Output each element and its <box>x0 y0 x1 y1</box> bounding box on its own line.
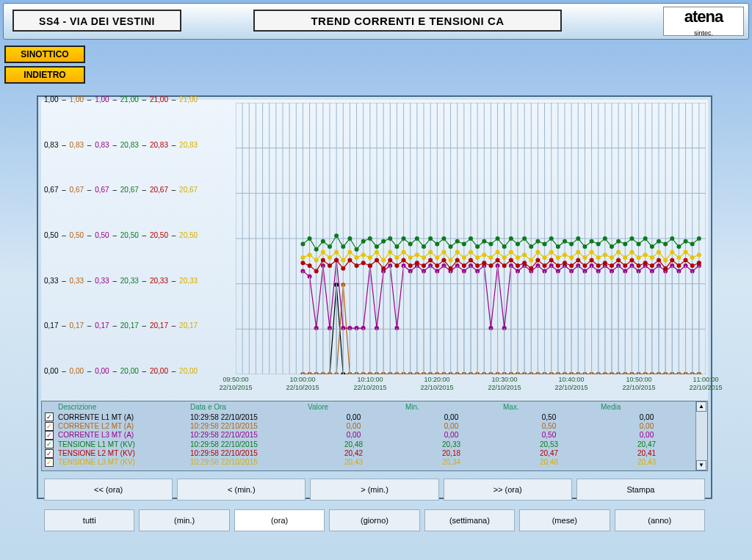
legend-descr: TENSIONE L1 MT (KV) <box>55 440 187 448</box>
x-axis-labels: 09:50:0022/10/201510:00:0022/10/201510:1… <box>41 376 708 401</box>
range-all-button[interactable]: tutti <box>44 509 134 531</box>
back-min-button[interactable]: < (min.) <box>177 479 306 501</box>
legend-dataora: 10:29:58 22/10/2015 <box>187 448 305 457</box>
legend-media: 0,00 <box>598 431 695 440</box>
series-checkbox[interactable]: ✓ <box>45 440 54 448</box>
station-name: SS4 - VIA DEI VESTINI <box>12 10 181 32</box>
legend-row: ✓TENSIONE L2 MT (KV)10:29:58 22/10/20152… <box>42 448 695 457</box>
legend-min: 0,00 <box>402 431 500 440</box>
legend-max: 20,47 <box>500 448 598 457</box>
legend-valore: 0,00 <box>305 431 402 440</box>
fwd-hour-button[interactable]: >> (ora) <box>444 479 572 501</box>
legend-h-dataora: Data e Ora <box>187 401 305 412</box>
sinottico-button[interactable]: SINOTTICO <box>4 46 85 63</box>
scroll-down-icon[interactable]: ▼ <box>696 460 706 470</box>
range-month-button[interactable]: (mese) <box>519 509 610 531</box>
series-checkbox[interactable]: ✓ <box>45 422 54 431</box>
svg-point-440 <box>697 261 701 265</box>
series-checkbox[interactable]: ✓ <box>45 458 54 467</box>
legend-descr: CORRENTE L3 MT (A) <box>55 431 187 440</box>
series-checkbox[interactable]: ✓ <box>45 431 54 440</box>
chart-area[interactable]: 1,00 – 1,00 – 1,00 – 21,00 – 21,00 – 21,… <box>41 100 708 401</box>
legend-valore: 20,43 <box>305 458 402 467</box>
legend-descr: TENSIONE L3 MT (KV) <box>55 458 187 467</box>
page-title: TREND CORRENTI E TENSIONI CA <box>253 10 562 32</box>
legend-min: 0,00 <box>402 412 500 421</box>
legend-h-valore: Valore <box>305 401 402 412</box>
series-checkbox[interactable]: ✓ <box>45 412 54 421</box>
legend-min: 20,33 <box>402 440 500 448</box>
legend-media: 20,47 <box>598 440 695 448</box>
legend-media: 20,41 <box>598 448 695 457</box>
logo: atena sintec. <box>663 7 744 36</box>
legend-h-max: Max. <box>500 401 598 412</box>
chart-plot <box>236 103 706 374</box>
chart-frame: 1,00 – 1,00 – 1,00 – 21,00 – 21,00 – 21,… <box>37 95 712 499</box>
range-year-button[interactable]: (anno) <box>615 509 705 531</box>
range-hour-button[interactable]: (ora) <box>234 509 325 531</box>
legend-min: 0,00 <box>402 421 500 430</box>
legend-max: 20,53 <box>500 440 598 448</box>
legend-h-descr: Descrizione <box>55 401 187 412</box>
legend-media: 0,00 <box>598 421 695 430</box>
legend-valore: 20,42 <box>305 448 402 457</box>
header-bar: SS4 - VIA DEI VESTINI TREND CORRENTI E T… <box>3 3 749 40</box>
logo-subtext: sintec. <box>664 23 743 43</box>
y-axis-labels: 1,00 – 1,00 – 1,00 – 21,00 – 21,00 – 21,… <box>41 100 232 371</box>
legend-descr: CORRENTE L1 MT (A) <box>55 412 187 421</box>
legend-max: 0,50 <box>500 431 598 440</box>
range-week-button[interactable]: (settimana) <box>424 509 515 531</box>
legend-row: ✓CORRENTE L3 MT (A)10:29:58 22/10/20150,… <box>42 431 695 440</box>
fwd-min-button[interactable]: > (min.) <box>310 479 438 501</box>
indietro-button[interactable]: INDIETRO <box>4 66 85 84</box>
legend-row: ✓CORRENTE L2 MT (A)10:29:58 22/10/20150,… <box>42 421 695 430</box>
legend-table: Descrizione Data e Ora Valore Min. Max. … <box>42 401 695 467</box>
legend-row: ✓TENSIONE L1 MT (KV)10:29:58 22/10/20152… <box>42 440 695 448</box>
legend-dataora: 10:29:58 22/10/2015 <box>187 431 305 440</box>
legend-max: 20,48 <box>500 458 598 467</box>
range-min-button[interactable]: (min.) <box>139 509 229 531</box>
legend-min: 20,18 <box>402 448 500 457</box>
legend-max: 0,50 <box>500 421 598 430</box>
legend-dataora: 10:29:58 22/10/2015 <box>187 412 305 421</box>
legend-descr: CORRENTE L2 MT (A) <box>55 421 187 430</box>
legend-valore: 0,00 <box>305 412 402 421</box>
legend-max: 0,50 <box>500 412 598 421</box>
legend-dataora: 10:29:58 22/10/2015 <box>187 421 305 430</box>
back-hour-button[interactable]: << (ora) <box>44 479 173 501</box>
legend-panel: Descrizione Data e Ora Valore Min. Max. … <box>41 401 708 471</box>
legend-descr: TENSIONE L2 MT (KV) <box>55 448 187 457</box>
legend-row: ✓CORRENTE L1 MT (A)10:29:58 22/10/20150,… <box>42 412 695 421</box>
legend-valore: 20,48 <box>305 440 402 448</box>
time-nav-row: << (ora) < (min.) > (min.) >> (ora) Stam… <box>44 479 705 501</box>
legend-row: ✓TENSIONE L3 MT (KV)10:29:58 22/10/20152… <box>42 458 695 467</box>
legend-dataora: 10:29:58 22/10/2015 <box>187 458 305 467</box>
series-checkbox[interactable]: ✓ <box>45 449 54 458</box>
legend-media: 20,43 <box>598 458 695 467</box>
scroll-up-icon[interactable]: ▲ <box>696 401 706 412</box>
time-range-row: tutti (min.) (ora) (giorno) (settimana) … <box>44 509 705 531</box>
legend-h-media: Media <box>598 401 695 412</box>
legend-min: 20,34 <box>402 458 500 467</box>
legend-dataora: 10:29:58 22/10/2015 <box>187 440 305 448</box>
range-day-button[interactable]: (giorno) <box>329 509 419 531</box>
legend-valore: 0,00 <box>305 421 402 430</box>
print-button[interactable]: Stampa <box>576 479 705 501</box>
legend-media: 0,00 <box>598 412 695 421</box>
legend-scrollbar[interactable]: ▲ ▼ <box>695 401 707 470</box>
legend-h-min: Min. <box>402 401 500 412</box>
